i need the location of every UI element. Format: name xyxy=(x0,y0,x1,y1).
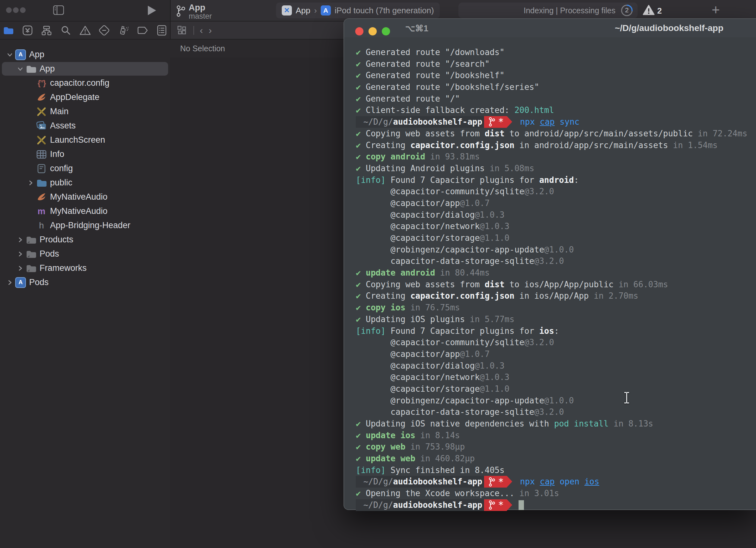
terminal-close-button[interactable] xyxy=(355,27,363,35)
file-tree-item[interactable]: mMyNativeAudio xyxy=(0,204,170,218)
prompt-arrow-tip xyxy=(507,116,512,128)
window-close-button[interactable] xyxy=(6,7,12,13)
file-tree-item[interactable]: AApp xyxy=(0,47,170,62)
folder-blue-icon xyxy=(36,178,47,188)
sidebar-toggle-icon[interactable] xyxy=(53,5,64,16)
tests-icon[interactable] xyxy=(98,25,110,36)
terminal-minimize-button[interactable] xyxy=(369,27,377,35)
terminal-zoom-button[interactable] xyxy=(382,27,390,35)
chevron-spacer xyxy=(27,222,35,230)
terminal-titlebar[interactable]: ⌥⌘1 ~/D/g/audiobookshelf-app xyxy=(344,19,756,37)
terminal-line: ✔ copy ios in 76.75ms xyxy=(356,302,756,313)
file-tree-item[interactable]: AppDelegate xyxy=(0,90,170,104)
file-tree-item[interactable]: Assets xyxy=(0,119,170,133)
file-tree-item[interactable]: Pods xyxy=(0,247,170,261)
terminal-line: @robingenz/capacitor-app-update@1.0.0 xyxy=(356,395,756,406)
prompt-path-prefix: ~/D/g/ xyxy=(358,116,393,128)
xcode-project-icon: ✕ xyxy=(282,5,292,16)
terminal-line: ✔ copy web in 753.98µp xyxy=(356,441,756,453)
file-tree-item[interactable]: APods xyxy=(0,275,170,289)
file-tree-item[interactable]: MyNativeAudio xyxy=(0,190,170,204)
file-tree-item[interactable]: Frameworks xyxy=(0,261,170,275)
terminal-line: @capacitor/network@1.0.3 xyxy=(356,371,756,383)
terminal-window[interactable]: ⌥⌘1 ~/D/g/audiobookshelf-app ✔ Generated… xyxy=(343,18,756,510)
header-h-icon: h xyxy=(36,220,47,231)
terminal-line: ✔ update web in 460.82µp xyxy=(356,453,756,464)
app-icon: A xyxy=(321,5,331,16)
terminal-line: @capacitor/storage@1.1.0 xyxy=(356,383,756,395)
terminal-line: @capacitor-community/sqlite@3.2.0 xyxy=(356,337,756,348)
terminal-line: ✔ Generated route "/bookshelf" xyxy=(356,70,756,81)
terminal-command: npx cap open ios xyxy=(520,476,599,488)
terminal-cursor xyxy=(519,500,524,510)
terminal-line: ~/D/g/audiobookshelf-app*npx cap sync xyxy=(356,116,756,128)
terminal-command: npx cap sync xyxy=(520,116,579,128)
xcode-project-icon: A xyxy=(15,49,26,60)
add-tab-button[interactable]: + xyxy=(712,2,720,18)
activity-status-text: Indexing | Processing files xyxy=(524,6,615,15)
file-tree-item[interactable]: public xyxy=(0,176,170,190)
issues-icon[interactable] xyxy=(79,25,91,36)
file-tree-item[interactable]: Products xyxy=(0,233,170,247)
terminal-line: ✔ Generated route "/search" xyxy=(356,58,756,70)
file-tree-item-label: Info xyxy=(50,149,64,159)
file-tree-item-label: Pods xyxy=(29,277,49,287)
forward-button[interactable]: › xyxy=(209,25,212,36)
source-control-icon[interactable] xyxy=(22,25,33,36)
chevron-spacer xyxy=(27,136,35,144)
terminal-title: ~/D/g/audiobookshelf-app xyxy=(615,23,723,33)
swift-icon xyxy=(36,192,47,203)
chevron-right-icon[interactable] xyxy=(16,250,24,258)
scheme-selector[interactable]: ✕ App › A iPod touch (7th generation) xyxy=(276,3,440,18)
debug-icon[interactable] xyxy=(118,25,129,36)
terminal-line: ✔ copy android in 93.81ms xyxy=(356,151,756,163)
issues-summary[interactable]: 2 xyxy=(643,5,662,17)
terminal-line: [info] Found 7 Capacitor plugins for ios… xyxy=(356,325,756,337)
symbols-icon[interactable] xyxy=(41,25,52,36)
chevron-right-icon[interactable] xyxy=(16,264,24,273)
prompt-dirty-marker: * xyxy=(498,117,504,127)
chevron-right-icon: › xyxy=(314,6,317,16)
chevron-right-icon[interactable] xyxy=(27,179,35,187)
file-tree-item[interactable]: config xyxy=(0,161,170,176)
window-zoom-button[interactable] xyxy=(20,7,26,13)
file-tree-item[interactable]: LaunchScreen xyxy=(0,133,170,147)
terminal-line: ✔ Opening the Xcode workspace... in 3.01… xyxy=(356,488,756,499)
file-tree-item-label: capacitor.config xyxy=(50,78,110,88)
file-tree-item[interactable]: Info xyxy=(0,147,170,161)
related-items-grid-icon[interactable] xyxy=(176,25,188,36)
chevron-spacer xyxy=(27,79,35,87)
terminal-output[interactable]: ✔ Generated route "/downloads"✔ Generate… xyxy=(344,37,756,511)
storyboard-icon xyxy=(36,135,47,146)
project-navigator-icon[interactable] xyxy=(3,25,14,36)
file-tree-item-label: Products xyxy=(40,235,73,245)
window-minimize-button[interactable] xyxy=(13,7,19,13)
terminal-line: @capacitor/app@1.0.7 xyxy=(356,348,756,360)
chevron-spacer xyxy=(27,150,35,159)
git-branch-icon xyxy=(488,117,495,127)
terminal-line: ✔ Updating Android plugins in 5.08ms xyxy=(356,163,756,174)
reports-icon[interactable] xyxy=(156,25,167,36)
source-control-summary[interactable]: App master xyxy=(176,3,212,20)
chevron-right-icon[interactable] xyxy=(16,236,24,244)
terminal-line: ✔ Client-side fallback created: 200.html xyxy=(356,104,756,116)
terminal-line: capacitor-data-storage-sqlite@3.2.0 xyxy=(356,406,756,418)
chevron-down-icon[interactable] xyxy=(6,51,14,59)
file-tree-item[interactable]: hApp-Bridging-Header xyxy=(0,218,170,233)
file-tree-item-label: Pods xyxy=(40,249,59,259)
breakpoints-icon[interactable] xyxy=(137,25,148,36)
back-button[interactable]: ‹ xyxy=(200,25,203,36)
file-tree-item[interactable]: {”}capacitor.config xyxy=(0,76,170,90)
chevron-down-icon[interactable] xyxy=(16,65,24,73)
file-tree-item-label: App xyxy=(29,50,44,60)
chevron-right-icon[interactable] xyxy=(6,278,14,286)
chevron-spacer xyxy=(27,108,35,116)
git-branch-icon xyxy=(488,500,495,510)
find-icon[interactable] xyxy=(60,25,72,36)
file-tree-item[interactable]: App xyxy=(0,62,170,76)
chevron-spacer xyxy=(27,165,35,173)
project-name: App xyxy=(189,3,212,12)
run-button[interactable] xyxy=(148,6,156,15)
file-tree-item[interactable]: Main xyxy=(0,104,170,119)
activity-viewer[interactable]: Indexing | Processing files 2 xyxy=(458,3,638,18)
